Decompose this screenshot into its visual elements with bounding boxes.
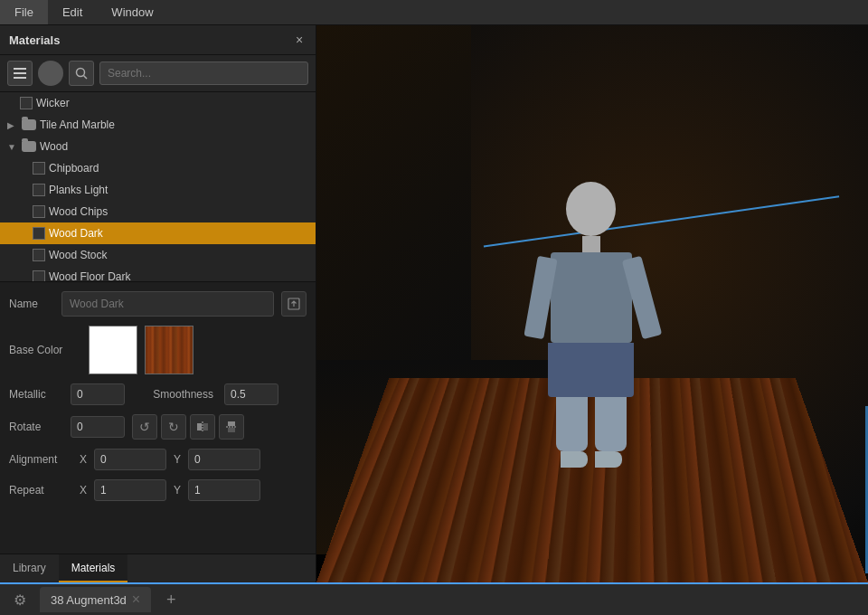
materials-toolbar <box>0 55 316 92</box>
export-button[interactable] <box>281 291 307 317</box>
metallic-label: Metallic <box>9 388 63 401</box>
menu-file[interactable]: File <box>0 0 48 24</box>
tree-label-planks-light: Planks Light <box>49 184 108 196</box>
materials-tree: Wicker ▶ Tile And Marble ▼ Wood Chipboar… <box>0 92 316 282</box>
avatar-circle[interactable] <box>38 61 63 86</box>
tree-item-wood-floor-dark[interactable]: Wood Floor Dark <box>0 266 316 282</box>
rotate-label: Rotate <box>9 421 63 433</box>
mannequin-legs <box>510 397 673 451</box>
base-color-white-swatch[interactable] <box>89 326 137 374</box>
mannequin-feet <box>510 451 673 468</box>
alignment-row: Alignment X Y <box>9 449 307 470</box>
repeat-x-label: X <box>80 484 87 497</box>
add-tab-button[interactable]: + <box>160 589 182 610</box>
collapse-arrow-wood: ▼ <box>7 142 18 152</box>
svg-rect-6 <box>197 423 202 430</box>
metallic-smoothness-row: Metallic Smoothness <box>9 383 307 405</box>
folder-icon-tile <box>22 119 36 130</box>
alignment-x-label: X <box>80 453 87 466</box>
checkbox-wicker[interactable] <box>20 97 33 109</box>
menu-edit[interactable]: Edit <box>48 0 97 24</box>
alignment-y-label: Y <box>174 453 181 466</box>
rotate-controls: ↺ ↻ <box>132 414 244 440</box>
tree-label-tile-and-marble: Tile And Marble <box>40 118 115 131</box>
svg-rect-0 <box>14 68 26 70</box>
rotate-cw-button[interactable]: ↻ <box>161 414 186 440</box>
rotate-input[interactable] <box>71 416 125 438</box>
footer-bar: ⚙ 38 Augment3d × + <box>0 582 868 615</box>
tree-item-wood-dark[interactable]: Wood Dark <box>0 222 316 244</box>
viewport-scene <box>316 25 868 582</box>
mannequin-neck <box>582 236 600 252</box>
panel-header: Materials × <box>0 25 316 55</box>
mannequin-leg-left <box>556 397 588 451</box>
repeat-x-input[interactable] <box>94 479 166 501</box>
tree-item-tile-and-marble[interactable]: ▶ Tile And Marble <box>0 114 316 136</box>
metallic-input[interactable] <box>71 383 125 405</box>
footer-tab-augment3d[interactable]: 38 Augment3d × <box>40 587 151 612</box>
rotate-row: Rotate ↺ ↻ <box>9 414 307 440</box>
base-color-label: Base Color <box>9 344 81 356</box>
footer-tab-label: 38 Augment3d <box>51 593 127 607</box>
close-button[interactable]: × <box>292 33 307 47</box>
name-label: Name <box>9 298 54 310</box>
left-panel: Materials × <box>0 25 316 582</box>
svg-rect-10 <box>228 428 235 432</box>
flip-v-button[interactable] <box>219 414 244 440</box>
mannequin-torso <box>551 252 632 343</box>
panel-title: Materials <box>9 33 60 47</box>
hamburger-menu-button[interactable] <box>7 61 33 86</box>
repeat-label: Repeat <box>9 484 72 497</box>
mannequin-arm-right <box>621 255 662 339</box>
main-content: Materials × <box>0 25 868 582</box>
search-icon[interactable] <box>69 61 94 86</box>
checkbox-chipboard[interactable] <box>33 162 45 175</box>
svg-rect-2 <box>14 77 26 79</box>
mannequin-arm-left <box>524 256 557 339</box>
tree-item-chipboard[interactable]: Chipboard <box>0 157 316 179</box>
tab-library[interactable]: Library <box>0 554 59 582</box>
checkbox-wood-dark[interactable] <box>33 227 45 240</box>
name-input[interactable] <box>61 291 274 317</box>
svg-rect-7 <box>203 423 208 430</box>
tree-item-wicker[interactable]: Wicker <box>0 92 316 114</box>
tree-label-chipboard: Chipboard <box>49 162 99 175</box>
tree-label-wood: Wood <box>40 140 68 153</box>
svg-point-3 <box>77 69 85 77</box>
checkbox-wood-chips[interactable] <box>33 205 45 218</box>
rotate-ccw-button[interactable]: ↺ <box>132 414 157 440</box>
menu-window[interactable]: Window <box>97 0 167 24</box>
search-input[interactable] <box>99 62 308 85</box>
mannequin-shorts <box>548 343 634 397</box>
tree-item-wood-chips[interactable]: Wood Chips <box>0 201 316 222</box>
svg-rect-1 <box>14 72 26 74</box>
checkbox-wood-stock[interactable] <box>33 249 45 261</box>
flip-h-button[interactable] <box>190 414 215 440</box>
mannequin-leg-right <box>595 397 627 451</box>
repeat-y-input[interactable] <box>188 479 260 501</box>
bottom-tabs: Library Materials <box>0 554 316 582</box>
smoothness-input[interactable] <box>224 383 278 405</box>
tree-item-wood[interactable]: ▼ Wood <box>0 136 316 157</box>
folder-icon-wood <box>22 141 36 152</box>
svg-rect-9 <box>228 421 235 426</box>
viewport <box>316 25 868 582</box>
smoothness-label: Smoothness <box>132 388 213 401</box>
collapse-arrow-tile: ▶ <box>7 120 18 130</box>
settings-gear-icon[interactable]: ⚙ <box>9 589 31 610</box>
bg-wall-left <box>316 25 471 360</box>
tab-materials[interactable]: Materials <box>59 554 128 582</box>
tree-item-wood-stock[interactable]: Wood Stock <box>0 244 316 266</box>
mannequin-foot-left <box>561 451 588 468</box>
repeat-row: Repeat X Y <box>9 479 307 501</box>
base-color-wood-swatch[interactable] <box>145 326 193 374</box>
tree-item-planks-light[interactable]: Planks Light <box>0 179 316 201</box>
alignment-y-input[interactable] <box>188 449 260 470</box>
properties-panel: Name Base Color Metallic Smoot <box>0 282 316 554</box>
repeat-y-label: Y <box>174 484 181 497</box>
alignment-x-input[interactable] <box>94 449 166 470</box>
checkbox-wood-floor-dark[interactable] <box>33 270 45 282</box>
checkbox-planks-light[interactable] <box>33 184 45 196</box>
svg-line-4 <box>84 76 88 80</box>
tree-label-wicker: Wicker <box>36 97 70 109</box>
